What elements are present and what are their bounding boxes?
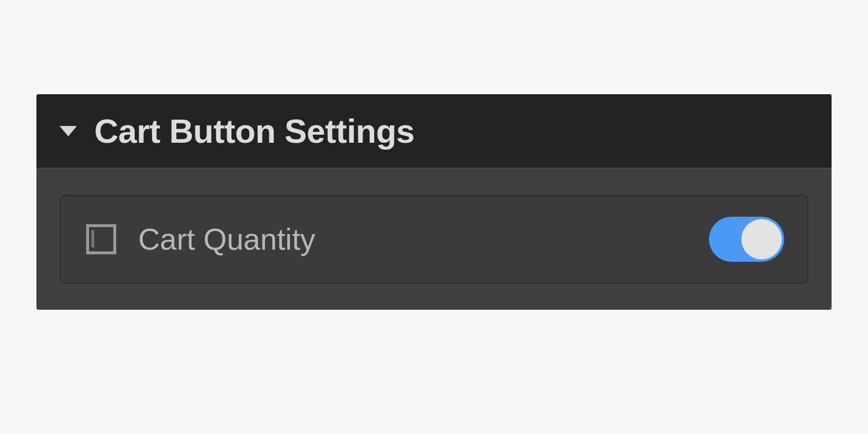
layout-box-icon [86,224,116,254]
cart-quantity-toggle[interactable] [709,217,784,262]
panel-header[interactable]: Cart Button Settings [36,94,832,169]
chevron-down-icon [60,126,77,136]
settings-panel: Cart Button Settings Cart Quantity [36,94,832,310]
setting-row: Cart Quantity [60,195,808,284]
panel-body: Cart Quantity [36,169,832,310]
setting-left: Cart Quantity [86,222,315,257]
toggle-knob [741,219,782,259]
setting-label: Cart Quantity [138,222,315,257]
panel-title: Cart Button Settings [94,112,415,150]
